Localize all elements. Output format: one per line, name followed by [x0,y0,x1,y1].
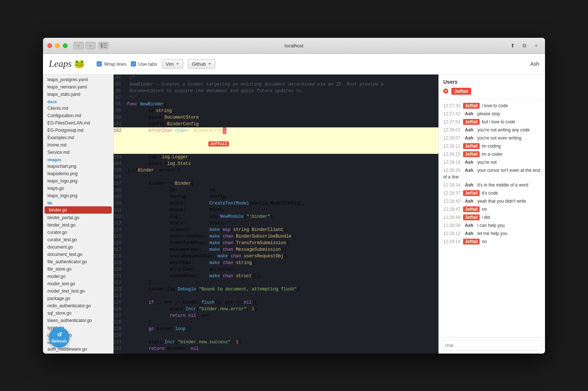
sidebar-item-redis-auth[interactable]: redis_authenticator.go [43,302,113,309]
nav-buttons: ‹ › [74,42,96,49]
chat-msg-12: 12:28:47 Jeffail no [443,206,541,213]
sidebar-item-eg-filesoverlan[interactable]: EG-FilesOverLAN.md [43,119,113,127]
main-window: ‹ › localhost ⬆ ⧉ ＋ Leaps 🐸 [43,38,545,354]
sidebar-item-clients[interactable]: Clients.md [43,105,113,112]
wrap-lines-option: Wrap lines [97,61,126,67]
chat-msg-13: 12:28:48 Jeffail i did [443,214,541,221]
svg-rect-2 [103,45,107,46]
editor-area[interactable]: 94 /* 95 NewBinder - Creates a binder ta… [114,75,438,354]
sidebar-section-lib: lib [43,199,113,206]
app-content: Leaps 🐸 Wrap lines Use tabs Vim ▼ Github [43,54,545,354]
maximize-button[interactable] [63,43,68,48]
sidebar: leaps_postgres.yaml leaps_riemann.yaml l… [43,75,114,354]
users-title: Users [443,79,541,85]
sidebar-item-document-test[interactable]: document_test.go [43,251,113,258]
code-line-94: 94 /* [114,75,438,81]
minimize-button[interactable] [55,43,60,48]
code-container: 94 /* 95 NewBinder - Creates a binder ta… [114,75,438,354]
code-line-123: 123 binder.log.Debugln("Bound to documen… [114,286,438,293]
editor-mode-dropdown[interactable]: Vim ▼ [162,59,183,69]
sidebar-item-model[interactable]: model.go [43,273,113,280]
wrap-lines-label: Wrap lines [104,61,126,67]
chat-msg-2: 12:27:54 Jeffail but i love to code [443,119,541,125]
code-line-111: 111 block: block, [114,207,438,213]
chat-msg-8: 12:28:26 Ash your cursor isn't even at t… [443,167,541,180]
chat-messages: 12:27:30 Jeffail i love to code 12:27:42… [439,99,545,337]
sidebar-item-binder-portal[interactable]: binder_portal.go [43,214,113,221]
vcs-dropdown[interactable]: Github ▼ [188,59,215,69]
titlebar: ‹ › localhost ⬆ ⧉ ＋ [43,38,545,54]
logo-text: Leaps [49,58,72,69]
code-line-127: 127 return nil, err [114,312,438,319]
refresh-icon: ↺ [57,331,62,338]
sidebar-item-eg-postgresql[interactable]: EG-Postgresql.md [43,127,113,134]
code-line-113: 113 stats: stats, [114,220,438,227]
user-dot-jeffail: ✕ [443,88,448,94]
close-button[interactable] [47,43,52,48]
sidebar-item-binder-test[interactable]: binder_test.go [43,221,113,229]
svg-rect-1 [103,43,107,44]
sidebar-item-auth-middleware[interactable]: auth_middleware.go [43,345,113,353]
code-line-122: 122 } [114,279,438,286]
sidebar-item-model-text[interactable]: model_text.go [43,280,113,287]
code-line-131: 131 stats.Incr("binder.new.success", 1) [114,339,438,345]
vcs-value: Github [192,61,206,67]
sidebar-item-leaps-postgres[interactable]: leaps_postgres.yaml [43,76,113,83]
sidebar-item-service[interactable]: Service.md [43,149,113,156]
svg-rect-3 [103,47,107,48]
sidebar-item-curator-test[interactable]: curator_test.go [43,236,113,243]
sidebar-item-examples[interactable]: Examples.md [43,134,113,141]
chat-msg-11: 12:28:45 Ash yeah that you didn't write [443,198,541,204]
sidebar-item-package[interactable]: package.go [43,295,113,302]
sidebar-toggle-button[interactable] [98,42,109,49]
app-header: Leaps 🐸 Wrap lines Use tabs Vim ▼ Github [43,54,545,75]
code-line-106: 106 [114,174,438,180]
back-button[interactable]: ‹ [74,42,84,49]
code-line-101: 101 config BinderConfig, [114,121,438,127]
code-line-105: 105 ) (*Binder, error) { [114,167,438,174]
sidebar-item-curator[interactable]: curator.go [43,229,113,236]
sidebar-item-auth-middleware-test[interactable]: auth_middleware_test.go [43,353,113,354]
wrap-lines-checkbox[interactable] [97,61,102,66]
sidebar-item-model-text-test[interactable]: model_text_test.go [43,287,113,295]
add-tab-icon[interactable]: ＋ [532,41,541,50]
chat-msg-9: 12:28:34 Ash it's in the middle of a wor… [443,182,541,188]
chat-msg-16: 12:29:14 Jeffail no [443,238,541,245]
sidebar-item-sql-store[interactable]: sql_store.go [43,309,113,317]
share-icon[interactable]: ⬆ [508,41,517,50]
code-line-100: 100 block DocumentStore, [114,114,438,121]
code-line-107: 107 binder := Binder{ [114,180,438,187]
sidebar-item-configuration[interactable]: Configuration.md [43,112,113,119]
sidebar-section-images: images [43,156,113,163]
forward-button[interactable]: › [85,42,96,49]
editor-mode-value: Vim [166,61,174,67]
code-line-109: 109 config: config, [114,193,438,200]
sidebar-item-leaps-logo-png[interactable]: leaps_logo.png [43,177,113,185]
code-line-95: 95 NewBinder - Creates a binder targetin… [114,81,438,88]
chat-msg-4: 12:28:07 Ash you're not even writing [443,135,541,141]
code-line-128: 128 } [114,319,438,326]
editor-mode-arrow: ▼ [176,62,179,66]
sidebar-item-home[interactable]: Home.md [43,141,113,149]
sidebar-item-leapsdemo[interactable]: leapsdemo.png [43,170,113,177]
sidebar-item-leapschart[interactable]: leapschart.png [43,163,113,170]
sidebar-item-leaps-stats[interactable]: leaps_stats.yaml [43,91,113,98]
chat-msg-15: 12:29:12 Ash let me help you [443,230,541,237]
sidebar-item-token-auth[interactable]: token_authenticator.go [43,317,113,324]
refresh-button[interactable]: ↺ Refresh [49,327,69,348]
code-line-125: 125 if _, err := binder.flush(); err != … [114,299,438,306]
sidebar-item-binder-go[interactable]: binder.go [44,206,112,214]
sidebar-item-document[interactable]: document.go [43,243,113,251]
header-options: Wrap lines Use tabs Vim ▼ Github ▼ [97,59,215,69]
code-line-112: 112 log: log.NewModule(":binder"), [114,213,438,220]
duplicate-icon[interactable]: ⧉ [520,41,529,50]
use-tabs-checkbox[interactable] [131,61,136,66]
sidebar-item-leaps-riemann[interactable]: leaps_riemann.yaml [43,83,113,91]
code-line-97: 97 */ [114,94,438,101]
sidebar-item-file-authenticator[interactable]: file_authenticator.go [43,258,113,265]
sidebar-item-leaps-logo[interactable]: leaps_logo.png [43,192,113,199]
chat-input[interactable] [442,340,542,351]
titlebar-actions: ⬆ ⧉ ＋ [508,41,541,50]
sidebar-item-leaps-go[interactable]: leaps.go [43,185,113,192]
sidebar-item-file-store[interactable]: file_store.go [43,265,113,273]
